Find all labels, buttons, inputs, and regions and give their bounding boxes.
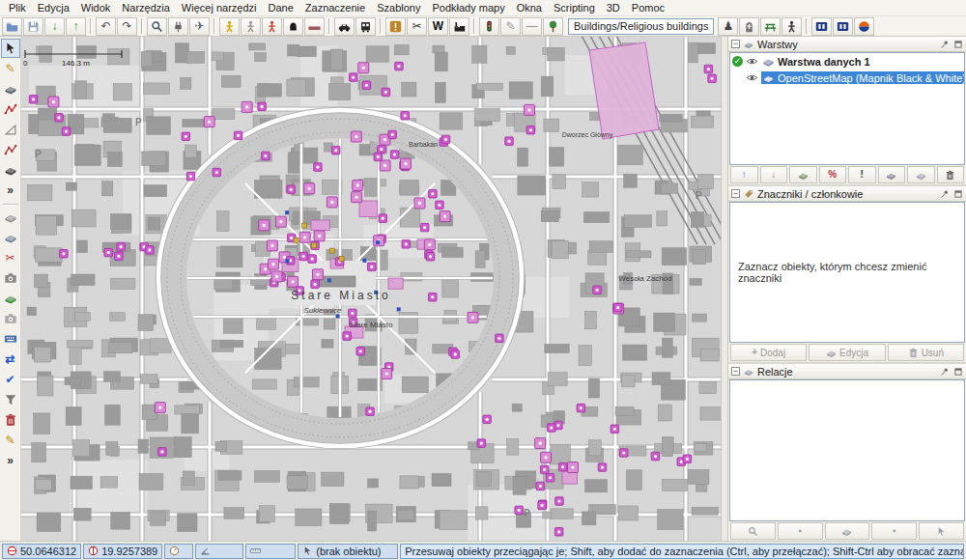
- layer-opacity-button[interactable]: %: [819, 166, 847, 183]
- layer-marker-button[interactable]: !: [848, 166, 876, 183]
- factory-preset-button[interactable]: [449, 17, 469, 36]
- tree-preset-button[interactable]: [543, 17, 563, 36]
- eye-icon[interactable]: [746, 55, 758, 68]
- layer-row-main[interactable]: OpenStreetMap (Mapnik Black & White): [761, 71, 965, 84]
- delete-tag-button[interactable]: Usuń: [888, 344, 964, 361]
- line-preset-button[interactable]: —: [522, 17, 542, 36]
- layer-row[interactable]: OpenStreetMap (Mapnik Black & White): [730, 70, 964, 86]
- merge-layer-tool[interactable]: [1, 208, 20, 227]
- warning-preset-button[interactable]: [385, 17, 406, 36]
- scissors-preset-button[interactable]: ✂: [407, 17, 427, 36]
- undo-button[interactable]: ↶: [96, 17, 116, 36]
- menu-narzędzia[interactable]: Narzędzia: [116, 1, 176, 14]
- imagery-tool[interactable]: [1, 268, 20, 288]
- validate-tool[interactable]: ✔: [1, 370, 20, 389]
- new-relation-button[interactable]: ▪: [778, 522, 823, 540]
- undock-icon[interactable]: [953, 40, 963, 49]
- select-tool[interactable]: [1, 39, 20, 58]
- picnic-preset-button[interactable]: [760, 17, 781, 36]
- filter-tool[interactable]: [1, 390, 20, 409]
- pin-icon[interactable]: [940, 367, 950, 377]
- memorial-preset-button[interactable]: [739, 17, 759, 36]
- menu-zaznaczenie[interactable]: Zaznaczenie: [299, 1, 371, 14]
- menu-okna[interactable]: Okna: [511, 1, 548, 14]
- monument-preset-button[interactable]: ♟: [718, 17, 738, 36]
- layer-row-main[interactable]: Warstwa danych 1: [761, 55, 873, 68]
- layer-merge-button[interactable]: [878, 166, 906, 183]
- follow-line-tool[interactable]: [1, 140, 20, 159]
- collapse-icon[interactable]: −: [731, 189, 740, 198]
- menu-scripting[interactable]: Scripting: [548, 1, 601, 14]
- crossing-forbidden-preset-button[interactable]: [262, 17, 282, 36]
- edit-tag-button[interactable]: Edycja: [809, 344, 885, 361]
- add-tag-button[interactable]: +Dodaj: [730, 344, 807, 361]
- swap-direction-tool[interactable]: ⇄: [1, 350, 20, 369]
- export-layer-tool[interactable]: [1, 289, 20, 308]
- draw-node-tool[interactable]: ✎: [1, 59, 20, 78]
- pin-icon[interactable]: [940, 40, 950, 49]
- photo-layer-tool[interactable]: [1, 309, 20, 328]
- redo-button[interactable]: ↷: [117, 17, 137, 36]
- improve-way-tool[interactable]: [1, 99, 20, 119]
- barrier-preset-button[interactable]: ▬: [304, 17, 325, 36]
- layer-activate-button[interactable]: [789, 166, 817, 183]
- crossing-unmarked-preset-button[interactable]: [241, 17, 261, 36]
- search-relation-button[interactable]: [730, 522, 776, 540]
- car-preset-button[interactable]: [334, 17, 355, 36]
- layer-up-button[interactable]: ↑: [730, 166, 758, 183]
- blue-eraser-tool[interactable]: [1, 228, 20, 247]
- undock-icon[interactable]: [953, 189, 963, 199]
- eye-icon[interactable]: [746, 71, 758, 84]
- hiking-preset-button[interactable]: [781, 17, 802, 36]
- undock-icon[interactable]: [953, 367, 963, 377]
- download-button[interactable]: ↓: [44, 17, 65, 36]
- bus-preset-button[interactable]: [355, 17, 376, 36]
- eraser-tool[interactable]: [1, 160, 20, 180]
- menu-widok[interactable]: Widok: [75, 1, 117, 14]
- search-button[interactable]: [147, 17, 167, 36]
- gloves-preset-button[interactable]: [283, 17, 303, 36]
- more-tools-button[interactable]: »: [1, 181, 20, 200]
- select-relation-button[interactable]: [919, 522, 964, 540]
- power-preset-button[interactable]: W: [428, 17, 448, 36]
- save-button[interactable]: [23, 17, 43, 36]
- traffic-light-preset-button[interactable]: [479, 17, 499, 36]
- layer-duplicate-button[interactable]: [907, 166, 935, 183]
- duplicate-relation-button[interactable]: [825, 522, 870, 540]
- layer-delete-button[interactable]: [937, 166, 965, 183]
- menu-więcej-narzędzi[interactable]: Więcej narzędzi: [176, 1, 263, 14]
- airport-preset-button[interactable]: ✈: [189, 17, 210, 36]
- scripting-run-button[interactable]: [811, 17, 832, 36]
- upload-button[interactable]: ↑: [66, 17, 86, 36]
- open-button[interactable]: [2, 17, 22, 36]
- browser-button[interactable]: [854, 17, 874, 36]
- menu-3d[interactable]: 3D: [601, 1, 626, 14]
- menu-edycja[interactable]: Edycja: [32, 1, 75, 14]
- layer-row[interactable]: ✓Warstwa danych 1: [730, 53, 964, 70]
- keyboard-tool[interactable]: [1, 329, 20, 349]
- more-tools-2-button[interactable]: »: [1, 451, 20, 470]
- scripting-console-button[interactable]: [833, 17, 853, 36]
- notes-tool[interactable]: ✎: [1, 431, 20, 450]
- collapse-icon[interactable]: −: [731, 40, 740, 48]
- pin-icon[interactable]: [940, 189, 950, 199]
- split-way-tool[interactable]: ✂: [1, 248, 20, 267]
- edit-relation-button[interactable]: ▪: [871, 522, 917, 540]
- preset-search-field[interactable]: Buildings/Religious buildings: [568, 18, 714, 35]
- collapse-icon[interactable]: −: [731, 367, 740, 376]
- menu-dane[interactable]: Dane: [263, 1, 299, 14]
- purge-tool[interactable]: [1, 410, 20, 430]
- menu-szablony[interactable]: Szablony: [371, 1, 426, 14]
- menu-podkłady-mapy[interactable]: Podkłady mapy: [426, 1, 510, 14]
- preferences-button[interactable]: [168, 17, 188, 36]
- panel-splitter[interactable]: [721, 37, 728, 541]
- menu-plik[interactable]: Plik: [3, 1, 32, 14]
- feather-preset-button[interactable]: ✎: [500, 17, 521, 36]
- angle-tool[interactable]: [1, 120, 20, 139]
- crossing-preset-button[interactable]: [219, 17, 240, 36]
- map-canvas[interactable]: PPPP0146.3 mStare MiastoSukienniceStare …: [21, 37, 721, 541]
- menu-pomoc[interactable]: Pomoc: [626, 1, 670, 14]
- extrude-tool[interactable]: [1, 79, 20, 98]
- layer-active-icon[interactable]: ✓: [732, 56, 743, 67]
- layer-down-button[interactable]: ↓: [760, 166, 788, 183]
